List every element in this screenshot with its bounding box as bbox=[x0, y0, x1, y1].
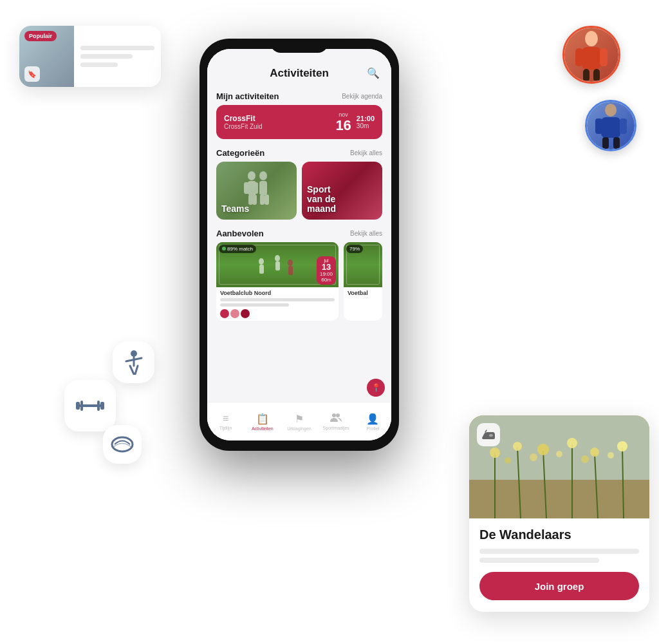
svg-line-38 bbox=[130, 366, 134, 374]
activiteiten-icon: 📋 bbox=[256, 413, 269, 425]
app-title: Activiteiten bbox=[270, 67, 329, 80]
svg-rect-2 bbox=[575, 48, 583, 66]
activity-card-right: nov 16 21:00 30m bbox=[335, 111, 375, 133]
nav-uitdagingen[interactable]: ⚑ Uitdagingen bbox=[281, 413, 317, 431]
category-sport[interactable]: Sport van de maand bbox=[302, 162, 382, 220]
popular-card-image: Populair 🔖 bbox=[19, 26, 74, 87]
profiel-label: Profiel bbox=[366, 426, 379, 431]
svg-rect-16 bbox=[248, 194, 253, 205]
rec-avatar-3 bbox=[241, 309, 250, 318]
text-bar-1 bbox=[80, 46, 154, 50]
screen-content: Activiteiten 🔍 Mijn activiteiten Bekijk … bbox=[207, 49, 391, 440]
text-bar-2 bbox=[80, 54, 133, 59]
svg-rect-31 bbox=[76, 402, 80, 410]
rec-avatar-2 bbox=[230, 309, 239, 318]
sportmaatjes-icon bbox=[330, 413, 342, 424]
my-activities-title: Mijn activiteiten bbox=[216, 91, 279, 101]
nav-tijdlijn[interactable]: ≡ Tijdlijn bbox=[207, 413, 244, 430]
app-header: Activiteiten 🔍 bbox=[207, 49, 391, 86]
svg-point-28 bbox=[332, 413, 336, 417]
wandelaars-text-bars bbox=[479, 549, 639, 563]
svg-point-6 bbox=[605, 104, 617, 117]
wandelaars-body: De Wandelaars Join groep bbox=[469, 518, 649, 612]
svg-rect-7 bbox=[601, 117, 620, 138]
activity-name: CrossFit bbox=[224, 114, 262, 123]
category-teams[interactable]: Teams bbox=[216, 162, 297, 220]
shoe-icon bbox=[477, 423, 500, 446]
nav-profiel[interactable]: 👤 Profiel bbox=[355, 413, 391, 431]
svg-point-53 bbox=[567, 438, 577, 448]
activity-time: 21:00 bbox=[357, 115, 375, 122]
svg-rect-4 bbox=[583, 69, 589, 80]
svg-point-12 bbox=[248, 171, 255, 180]
recommended-row: 89% match jul 13 19:00 60m Voetbalclub N… bbox=[216, 242, 382, 321]
uitdagingen-icon: ⚑ bbox=[295, 413, 304, 425]
popular-card: Populair 🔖 bbox=[19, 26, 161, 87]
category-sport-label: Sport van de maand bbox=[307, 185, 336, 214]
svg-rect-42 bbox=[469, 480, 649, 518]
recommended-section: Aanbevolen Bekijk alles bbox=[207, 223, 391, 325]
categories-section: Categorieën Bekijk alles bbox=[207, 143, 391, 223]
wandelaars-image bbox=[469, 415, 649, 518]
svg-point-18 bbox=[259, 171, 267, 180]
svg-point-52 bbox=[537, 444, 549, 455]
crossfit-activity-card[interactable]: CrossFit CrossFit Zuid nov 16 21:00 30m bbox=[216, 105, 382, 139]
join-group-button[interactable]: Join groep bbox=[479, 572, 639, 600]
svg-point-22 bbox=[259, 258, 264, 265]
match-percent-1: 89% match bbox=[227, 246, 253, 252]
activity-day: 16 bbox=[335, 118, 351, 133]
svg-point-58 bbox=[556, 451, 562, 457]
location-fab[interactable]: 📍 bbox=[367, 379, 385, 397]
rec-card-2: 79% Voetbal bbox=[344, 242, 382, 321]
svg-rect-25 bbox=[275, 261, 280, 270]
popular-badge: Populair bbox=[24, 31, 57, 41]
rec-duration-1: 60m bbox=[320, 277, 333, 283]
recommended-view-all[interactable]: Bekijk alles bbox=[350, 230, 382, 237]
svg-point-29 bbox=[336, 413, 340, 417]
rec-club-2: Voetbal bbox=[348, 290, 378, 296]
svg-rect-23 bbox=[259, 265, 264, 274]
rec-card-2-img: 79% bbox=[344, 242, 382, 287]
svg-rect-34 bbox=[97, 401, 100, 411]
phone-screen: Activiteiten 🔍 Mijn activiteiten Bekijk … bbox=[207, 49, 391, 440]
match-badge-2: 79% bbox=[346, 245, 363, 253]
avatar-image-2 bbox=[587, 102, 635, 149]
rec-club-1: Voetbalclub Noord bbox=[220, 290, 335, 296]
svg-rect-14 bbox=[244, 182, 249, 194]
nav-activiteiten[interactable]: 📋 Activiteiten bbox=[244, 413, 281, 431]
tijdlijn-label: Tijdlijn bbox=[219, 426, 232, 430]
svg-rect-33 bbox=[80, 401, 83, 411]
activiteiten-label: Activiteiten bbox=[252, 426, 274, 431]
nav-sportmaatjes[interactable]: Sportmaatjes bbox=[318, 413, 355, 430]
svg-point-61 bbox=[489, 434, 493, 437]
teams-overlay bbox=[216, 162, 297, 220]
search-icon[interactable]: 🔍 bbox=[367, 67, 380, 79]
svg-rect-17 bbox=[252, 194, 257, 205]
phone-notch bbox=[270, 39, 328, 53]
svg-rect-10 bbox=[602, 137, 609, 149]
activity-duration: 30m bbox=[357, 122, 375, 129]
phone-device: Activiteiten 🔍 Mijn activiteiten Bekijk … bbox=[200, 39, 399, 451]
view-agenda-link[interactable]: Bekijk agenda bbox=[342, 93, 382, 100]
svg-rect-32 bbox=[100, 402, 104, 410]
recommended-title: Aanbevolen bbox=[216, 229, 264, 238]
svg-point-26 bbox=[288, 260, 293, 266]
rec-time-1: 19:00 bbox=[320, 271, 333, 277]
avatar-image-1 bbox=[564, 28, 618, 82]
svg-rect-11 bbox=[613, 137, 620, 149]
svg-rect-20 bbox=[265, 194, 269, 205]
svg-point-54 bbox=[590, 448, 599, 457]
svg-point-24 bbox=[275, 255, 280, 261]
wandelaars-title: De Wandelaars bbox=[479, 527, 639, 542]
activity-card-left: CrossFit CrossFit Zuid bbox=[224, 114, 262, 130]
svg-rect-5 bbox=[593, 69, 600, 80]
svg-rect-27 bbox=[288, 266, 293, 275]
categories-view-all[interactable]: Bekijk alles bbox=[350, 149, 382, 156]
wandelaars-card: De Wandelaars Join groep bbox=[469, 415, 649, 612]
categories-title: Categorieën bbox=[216, 148, 265, 158]
svg-point-0 bbox=[585, 31, 598, 46]
uitdagingen-label: Uitdagingen bbox=[287, 426, 311, 431]
svg-point-59 bbox=[581, 455, 589, 463]
svg-rect-30 bbox=[76, 404, 104, 407]
rec-card-1[interactable]: 89% match jul 13 19:00 60m Voetbalclub N… bbox=[216, 242, 339, 321]
